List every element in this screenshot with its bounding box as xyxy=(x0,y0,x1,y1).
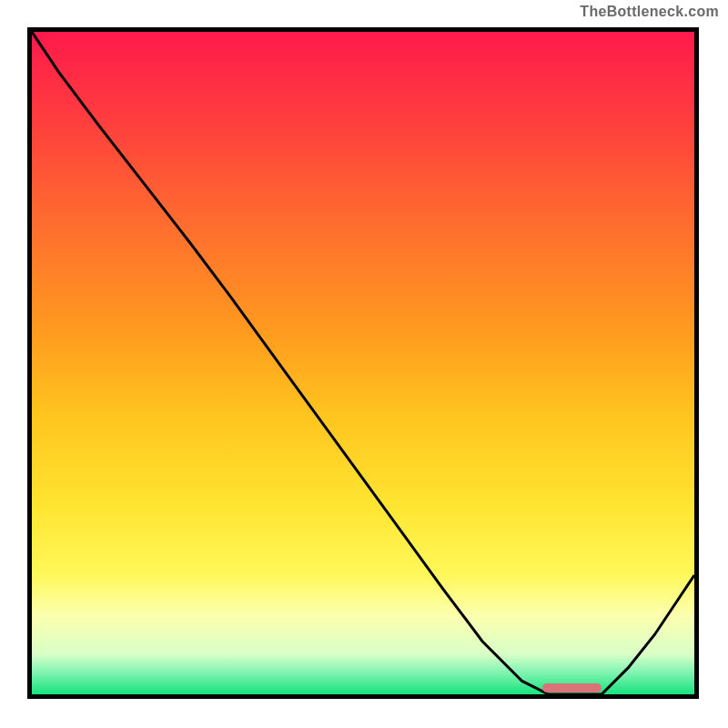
plot-inner xyxy=(32,32,694,694)
plot-area xyxy=(27,27,699,699)
optimal-range-marker xyxy=(542,683,602,693)
watermark-text: TheBottleneck.com xyxy=(580,4,719,20)
chart-frame: TheBottleneck.com xyxy=(0,0,728,728)
bottleneck-curve xyxy=(32,32,694,694)
